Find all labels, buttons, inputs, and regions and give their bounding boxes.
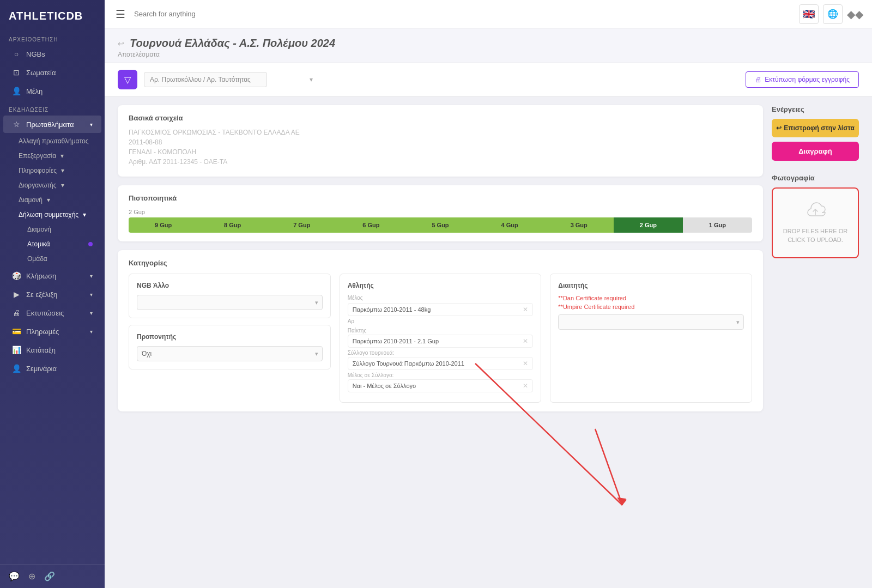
chevron-icon: ▾ <box>90 310 93 316</box>
sidebar-item-label: Διαμονή <box>27 226 51 233</box>
melos-label: Μέλος σε Σύλλογο: <box>348 372 534 378</box>
sidebar-item-pliromes[interactable]: 💳 Πληρωμές ▾ <box>3 323 101 340</box>
sidebar-item-label: Δήλωση συμμετοχής <box>19 211 78 219</box>
chat-icon[interactable]: 💬 <box>9 571 20 581</box>
somateio-icon: ⊡ <box>12 68 21 77</box>
photo-title: Φωτογραφία <box>772 174 859 182</box>
return-button[interactable]: ↩ Επιστροφή στην λίστα <box>772 119 859 137</box>
referee-error-umpire: **Umpire Certificate required <box>558 304 744 310</box>
sidebar-item-dilosi[interactable]: Δήλωση συμμετοχής ▾ <box>14 208 101 222</box>
photo-upload-area[interactable]: DROP FILES HERE OR CLICK TO UPLOAD. <box>772 187 859 258</box>
belt-9gup[interactable]: 9 Gup <box>129 217 198 233</box>
belt-bar: 9 Gup 8 Gup 7 Gup 6 Gup 5 Gup 4 Gup 3 Gu… <box>129 217 752 233</box>
link-icon[interactable]: 🔗 <box>44 571 55 581</box>
sidebar-item-epexergasia[interactable]: Επεξεργασία ▾ <box>14 149 101 163</box>
sidebar-item-label: Διοργανωτής <box>19 181 57 189</box>
sidebar-item-ektiposis[interactable]: 🖨 Εκτυπώσεις ▾ <box>3 304 101 322</box>
belt-7gup[interactable]: 7 Gup <box>267 217 336 233</box>
back-icon[interactable]: ↩ <box>118 39 124 48</box>
ngb-select[interactable] <box>137 295 323 310</box>
belt-8gup[interactable]: 8 Gup <box>198 217 267 233</box>
page-header: ↩ Τουρνουά Ελλάδας - Α.Σ. Πολέμου 2024 Α… <box>105 28 872 63</box>
chevron-icon: ▾ <box>61 167 64 174</box>
sidebar-item-klirosi[interactable]: 🎲 Κλήρωση ▾ <box>3 267 101 284</box>
belt-4gup[interactable]: 4 Gup <box>475 217 544 233</box>
chevron-icon: ▾ <box>90 329 93 335</box>
sidebar-item-meli[interactable]: 👤 Μέλη <box>3 82 101 100</box>
basic-info-row-2: ΓΕΝΑΔΙ - ΚΩΜΟΠΟΛΗ <box>129 148 752 156</box>
main-cards: Βασικά στοιχεία ΠΑΓΚΟΣΜΙΟΣ ΟΡΚΩΜΟΣΙΑΣ - … <box>118 105 763 571</box>
sidebar-item-seminaria[interactable]: 👤 Σεμινάρια <box>3 360 101 377</box>
chevron-icon: ▾ <box>83 211 86 219</box>
page-content: ↩ Τουρνουά Ελλάδας - Α.Σ. Πολέμου 2024 Α… <box>105 28 872 588</box>
delete-button[interactable]: Διαγραφή <box>772 142 859 161</box>
sidebar-item-atomika[interactable]: Ατομικά <box>23 237 101 251</box>
belt-2gup[interactable]: 2 Gup <box>614 217 683 233</box>
referee-select[interactable] <box>558 314 744 330</box>
belt-5gup[interactable]: 5 Gup <box>405 217 475 233</box>
sidebar-item-se-exelixi[interactable]: ▶ Σε εξέλιξη ▾ <box>3 286 101 303</box>
sidebar-item-diorganotis[interactable]: Διοργανωτής ▾ <box>14 178 101 192</box>
melos-remove[interactable]: ✕ <box>523 382 528 390</box>
certificates-card: Πιστοποιητικά 2 Gup 9 Gup 8 Gup 7 Gup 6 … <box>118 185 763 241</box>
language-flag[interactable]: 🇬🇧 <box>799 4 819 24</box>
help-icon[interactable]: ⊕ <box>28 571 35 581</box>
sidebar-item-diamoni[interactable]: Διαμονή ▾ <box>14 193 101 207</box>
filter-select[interactable]: Αρ. Πρωτοκόλλου / Αρ. Ταυτότητας <box>144 72 267 87</box>
sidebar-item-label: Πληροφορίες <box>19 167 57 174</box>
sidebar-item-label: NGBs <box>26 50 45 58</box>
basic-info-title: Βασικά στοιχεία <box>129 114 752 122</box>
sidebar-item-diamoni2[interactable]: Διαμονή <box>23 222 101 237</box>
energies-title: Ενέργειες <box>772 105 859 113</box>
page-subtitle: Αποτελέσματα <box>118 51 859 58</box>
meli-icon: 👤 <box>12 87 21 95</box>
belt-6gup[interactable]: 6 Gup <box>336 217 405 233</box>
referee-title: Διαιτητής <box>558 282 744 289</box>
klirosi-icon: 🎲 <box>12 271 21 280</box>
menu-button[interactable]: ☰ <box>113 5 128 23</box>
user-menu-dots[interactable]: ◆◆ <box>847 8 863 21</box>
print-icon: 🖨 <box>755 76 761 83</box>
basic-info-row-3: Αριθμ. ΑΔΤ 2011-12345 - ΟΑΕ-ΤΑ <box>129 158 752 166</box>
side-panel: Ενέργειες ↩ Επιστροφή στην λίστα Διαγραφ… <box>772 105 859 571</box>
palktis-remove[interactable]: ✕ <box>523 337 528 345</box>
sidebar-item-label: Σεμινάρια <box>26 365 57 373</box>
chevron-icon: ▾ <box>90 273 93 279</box>
trainer-select[interactable]: Όχι <box>137 346 323 361</box>
search-input[interactable] <box>134 10 792 18</box>
melos-row: Ναι - Μέλος σε Σύλλογο ✕ <box>348 379 534 392</box>
palktis-row: Παρκόμπω 2010-2011 · 2.1 Gup ✕ <box>348 335 534 348</box>
chevron-icon: ▾ <box>60 152 64 160</box>
sidebar-item-label: Κλήρωση <box>26 272 56 280</box>
sidebar-item-label: Επεξεργασία <box>19 152 56 160</box>
sidebar-item-katatagi[interactable]: 📊 Κατάταξη <box>3 341 101 359</box>
sidebar-item-label: Εκτυπώσεις <box>26 309 64 317</box>
sidebar-item-label: Σωματεία <box>26 69 56 77</box>
syllogo-remove[interactable]: ✕ <box>523 360 528 367</box>
chevron-icon: ▾ <box>47 196 50 204</box>
sidebar-item-plirofoiries[interactable]: Πληροφορίες ▾ <box>14 163 101 178</box>
sidebar-item-label: Ομάδα <box>27 255 47 263</box>
athlete-id-label: Αρ <box>348 318 534 324</box>
print-button[interactable]: 🖨 Εκτύπωση φόρμας εγγραφής <box>746 71 859 88</box>
athlete-box: Αθλητής Μέλος Παρκόμπω 2010-2011 - 48kg … <box>340 274 542 403</box>
sidebar-item-somateio[interactable]: ⊡ Σωματεία <box>3 64 101 81</box>
sidebar-item-omada[interactable]: Ομάδα <box>23 252 101 266</box>
belt-1gup[interactable]: 1 Gup <box>683 217 752 233</box>
sidebar-item-ngbs[interactable]: ○ NGBs <box>3 45 101 63</box>
athlete-remove[interactable]: ✕ <box>523 306 528 313</box>
sidebar: ATHLETICDB ΑΡΧΕΙΟΘΕΤΗΣΗ ○ NGBs ⊡ Σωματεί… <box>0 0 105 588</box>
sidebar-item-protathlimata[interactable]: ☆ Πρωταθλήματα ▾ <box>3 116 101 133</box>
globe-button[interactable]: 🌐 <box>823 4 843 24</box>
chevron-icon: ▾ <box>90 122 93 128</box>
katatagi-icon: 📊 <box>12 345 21 354</box>
chevron-icon: ▾ <box>90 292 93 298</box>
belt-3gup[interactable]: 3 Gup <box>544 217 614 233</box>
certificates-title: Πιστοποιητικά <box>129 194 752 202</box>
basic-info-card: Βασικά στοιχεία ΠΑΓΚΟΣΜΙΟΣ ΟΡΚΩΜΟΣΙΑΣ - … <box>118 105 763 177</box>
filter-button[interactable]: ▽ <box>118 70 137 89</box>
palktis-label: Παίκτης <box>348 328 534 334</box>
topbar: ☰ 🇬🇧 🌐 ◆◆ <box>105 0 872 28</box>
sidebar-item-allagi[interactable]: Αλλαγή πρωταθλήματος <box>14 134 101 148</box>
upload-cloud-icon <box>804 202 826 223</box>
